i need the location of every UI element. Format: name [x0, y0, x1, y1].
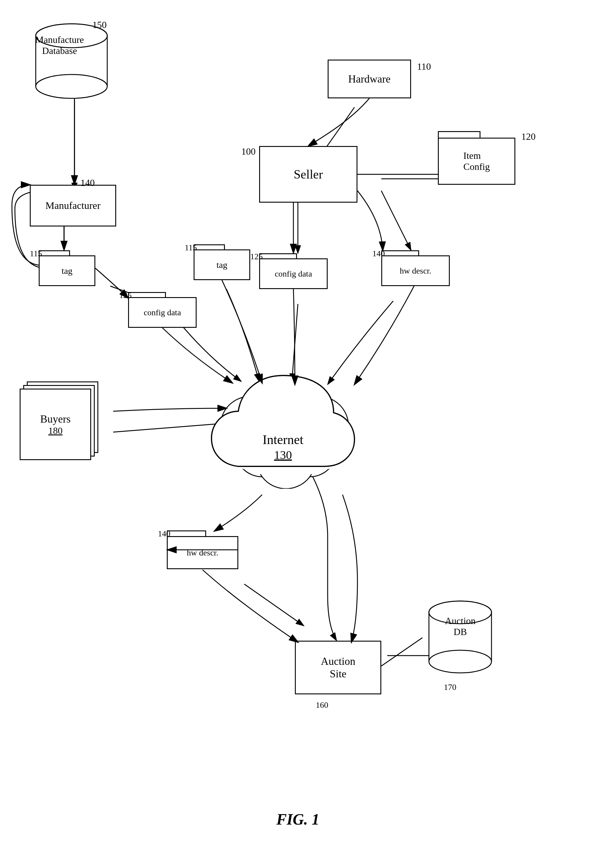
manufacturer-ref: 140	[80, 177, 95, 188]
config-data-left-folder: config data	[128, 292, 196, 328]
config-data-right-folder: config data	[259, 253, 328, 289]
svg-line-10	[244, 584, 304, 626]
svg-text:130: 130	[274, 448, 292, 462]
seller-ref: 100	[241, 146, 256, 157]
buyers-label: Buyers	[40, 413, 71, 425]
seller-box: Seller	[259, 146, 357, 203]
tag-middle-folder: tag	[193, 244, 250, 280]
auction-site-ref: 160	[316, 700, 328, 710]
manufacture-db-ref: 150	[92, 19, 107, 30]
hw-descr-right-ref: 140	[372, 249, 385, 258]
hw-descr-right-folder: hw descr.	[381, 250, 450, 286]
config-data-right-ref: 125	[250, 252, 263, 261]
auction-db-label: Auction DB	[423, 615, 497, 637]
svg-line-39	[381, 638, 423, 666]
hardware-box: Hardware	[328, 60, 411, 98]
hw-descr-bottom-folder: hw descr.	[167, 530, 238, 569]
config-data-left-ref: 125	[119, 290, 132, 300]
internet-cloud-svg: Internet 130	[193, 352, 372, 500]
hardware-ref: 110	[417, 61, 431, 72]
hw-descr-bottom-ref: 140	[158, 529, 170, 538]
svg-point-31	[429, 650, 491, 673]
auction-db-node	[423, 596, 497, 679]
diagram: Manufacture Database 150 Hardware 110 It…	[0, 0, 616, 849]
manufacture-db-label: Manufacture Database	[30, 34, 89, 56]
item-config-folder: ItemConfig	[438, 131, 515, 185]
item-config-ref: 120	[521, 131, 536, 142]
auction-db-ref: 170	[444, 682, 456, 692]
tag-manufacturer-folder: tag	[39, 250, 95, 286]
buyers-ref: 180	[48, 425, 62, 436]
svg-line-8	[381, 191, 411, 250]
svg-text:Internet: Internet	[263, 432, 304, 447]
manufacture-db-node	[30, 18, 113, 101]
figure-label: FIG. 1	[238, 810, 357, 828]
manufacturer-box: Manufacturer	[30, 185, 116, 226]
auction-site-box: Auction Site	[295, 641, 381, 694]
svg-point-16	[36, 74, 107, 98]
tag-manufacturer-ref: 115	[30, 249, 42, 258]
tag-middle-ref: 115	[185, 243, 197, 252]
buyers-stacked: Buyers 180	[18, 381, 104, 468]
